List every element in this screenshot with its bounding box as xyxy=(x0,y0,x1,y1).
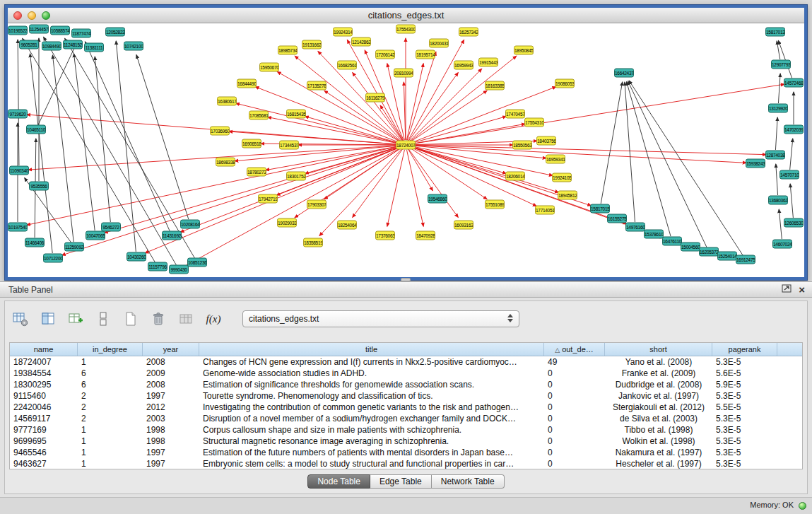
network-node[interactable]: 15950670 xyxy=(259,63,279,72)
network-node[interactable]: 18550563 xyxy=(512,141,532,150)
table-mode-icon[interactable] xyxy=(11,309,30,329)
network-node[interactable]: 18945812 xyxy=(558,191,577,200)
import-table-icon[interactable] xyxy=(176,309,196,329)
network-node[interactable]: 14572468 xyxy=(784,78,804,88)
network-node[interactable]: 17135278 xyxy=(307,81,326,90)
zoom-window-button[interactable] xyxy=(42,11,50,20)
network-node[interactable]: 11466406 xyxy=(25,238,45,247)
network-node[interactable]: 20810994 xyxy=(394,69,413,78)
network-node[interactable]: 19029033 xyxy=(277,218,297,228)
table-row[interactable]: 1938455462009Genome-wide association stu… xyxy=(10,368,802,379)
network-node[interactable]: 17714051 xyxy=(535,206,555,215)
network-node[interactable]: 11877474 xyxy=(71,29,91,38)
table-row[interactable]: 1872400712008Changes of HCN gene express… xyxy=(10,356,802,368)
column-header-year[interactable]: year xyxy=(143,343,199,356)
network-node[interactable]: 15817015 xyxy=(590,204,610,214)
network-node[interactable]: 10984490 xyxy=(42,42,61,51)
create-column-icon[interactable] xyxy=(66,309,86,329)
network-node[interactable]: 18724007 xyxy=(396,141,416,150)
network-node[interactable]: 13129920 xyxy=(768,104,788,113)
close-panel-icon[interactable]: × xyxy=(799,282,805,298)
network-node[interactable]: 17470457 xyxy=(505,110,525,119)
network-node[interactable]: 11090340 xyxy=(9,166,29,175)
delete-icon[interactable] xyxy=(148,309,168,329)
network-node[interactable]: 10851236 xyxy=(187,258,207,267)
network-node[interactable]: 10430260 xyxy=(126,252,146,262)
network-node[interactable]: 17085681 xyxy=(249,111,269,120)
network-node[interactable]: 18358519 xyxy=(303,238,323,247)
network-node[interactable]: 19915443 xyxy=(478,58,498,67)
network-node[interactable]: 16205372 xyxy=(699,247,719,257)
network-node[interactable]: 18950845 xyxy=(514,46,534,55)
network-node[interactable]: 14702039 xyxy=(784,125,804,134)
network-node[interactable]: 18195714 xyxy=(416,50,435,59)
network-node[interactable]: 15378610 xyxy=(644,230,664,239)
network-node[interactable]: 12142862 xyxy=(351,37,371,47)
table-row[interactable]: 946554611997Estimation of the future num… xyxy=(10,447,802,458)
network-node[interactable]: 9990430 xyxy=(169,265,189,274)
table-row[interactable]: 969969511998Structural magnetic resonanc… xyxy=(10,436,802,447)
network-node[interactable]: 9605281 xyxy=(19,40,39,49)
network-node[interactable]: 14570710 xyxy=(779,170,799,180)
network-node[interactable]: 17036960 xyxy=(210,127,230,136)
network-node[interactable]: 14607024 xyxy=(772,240,792,249)
network-node[interactable]: 11259092 xyxy=(64,243,84,252)
network-node[interactable]: 12052822 xyxy=(105,28,125,37)
network-node[interactable]: 18200431 xyxy=(429,39,449,48)
network-node[interactable]: 17206142 xyxy=(375,50,395,59)
table-source-select[interactable]: citations_edges.txt xyxy=(242,310,519,327)
column-header-out_de[interactable]: △out_de… xyxy=(544,343,605,356)
network-node[interactable]: 18254064 xyxy=(337,221,357,230)
column-header-name[interactable]: name xyxy=(10,343,78,356)
network-node[interactable]: 12907793 xyxy=(771,60,791,69)
network-node[interactable]: 11157796 xyxy=(148,262,167,271)
network-node[interactable]: 17344537 xyxy=(279,141,299,150)
network-node[interactable]: 9546272 xyxy=(101,223,121,232)
table-row[interactable]: 977716911998Corpus callosum shape and si… xyxy=(10,424,802,436)
network-node[interactable]: 18780273 xyxy=(247,168,266,177)
network-node[interactable]: 16642437 xyxy=(614,69,634,78)
network-node[interactable]: 18206014 xyxy=(505,172,525,181)
network-node[interactable]: 19924314 xyxy=(333,28,353,37)
network-node[interactable]: 9535556 xyxy=(29,182,49,191)
network-node[interactable]: 10465110 xyxy=(26,125,46,134)
network-node[interactable]: 10197540 xyxy=(8,223,28,232)
network-node[interactable]: 10208164 xyxy=(180,220,200,229)
network-node[interactable]: 18301752 xyxy=(286,172,306,181)
row-height-icon[interactable] xyxy=(93,309,113,329)
network-node[interactable]: 9719620 xyxy=(8,110,28,119)
network-node[interactable]: 16093163 xyxy=(454,221,473,230)
network-node[interactable]: 11248152 xyxy=(63,40,83,49)
column-header-short[interactable]: short xyxy=(605,343,712,356)
network-node[interactable]: 15004560 xyxy=(681,243,700,252)
network-node[interactable]: 18470928 xyxy=(416,231,435,240)
network-node[interactable]: 10712200 xyxy=(43,254,63,263)
table-row[interactable]: 2242004622012Investigating the contribut… xyxy=(10,402,802,413)
network-node[interactable]: 13680362 xyxy=(768,196,788,205)
network-node[interactable]: 17903307 xyxy=(307,200,326,209)
network-node[interactable]: 17942719 xyxy=(258,194,278,204)
show-columns-icon[interactable] xyxy=(38,309,58,329)
network-node[interactable]: 16476110 xyxy=(662,237,682,246)
network-node[interactable]: 18985734 xyxy=(278,46,298,55)
network-node[interactable]: 15817013 xyxy=(765,28,785,37)
network-node[interactable]: 16815435 xyxy=(286,110,306,119)
network-node[interactable]: 10742100 xyxy=(124,42,143,51)
network-node[interactable]: 16682561 xyxy=(337,61,357,70)
network-node[interactable]: 12606530 xyxy=(784,218,804,228)
network-node[interactable]: 17376063 xyxy=(375,231,395,240)
network-node[interactable]: 12874038 xyxy=(765,151,785,160)
network-node[interactable]: 16116279 xyxy=(365,93,385,103)
network-node[interactable]: 16912475 xyxy=(736,255,755,264)
network-node[interactable]: 17554300 xyxy=(396,25,416,34)
tab-network-table[interactable]: Network Table xyxy=(432,474,505,489)
network-node[interactable]: 19546860 xyxy=(428,194,447,204)
network-node[interactable]: 18163385 xyxy=(485,81,505,90)
float-panel-icon[interactable] xyxy=(782,282,792,298)
network-view-window[interactable]: citations_edges.txt 18724007185505631747… xyxy=(5,5,807,280)
network-node[interactable]: 16959341 xyxy=(546,155,565,164)
network-canvas[interactable]: 1872400718550563174704571816338516959943… xyxy=(8,23,804,277)
column-header-title[interactable]: title xyxy=(199,343,544,356)
tab-edge-table[interactable]: Edge Table xyxy=(370,474,432,489)
network-node[interactable]: 11254457 xyxy=(29,25,49,34)
